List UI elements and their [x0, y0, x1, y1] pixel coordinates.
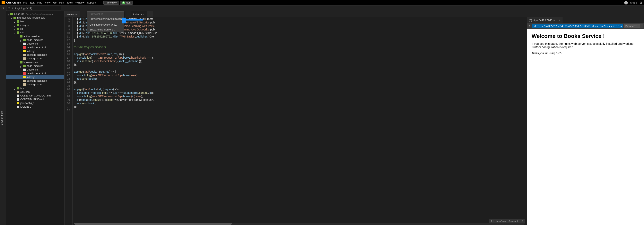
dropdown-item: Preview File	[87, 11, 124, 16]
tab-plus[interactable]: +	[147, 11, 154, 17]
plus-icon[interactable]: +	[149, 13, 151, 16]
menu-run[interactable]: Run	[59, 1, 64, 4]
tree-item[interactable]: healthcheck.html	[6, 71, 64, 75]
dropdown-item[interactable]: Preview Running Application	[87, 16, 124, 21]
menu-go[interactable]: Go	[53, 1, 56, 4]
dropdown-item[interactable]: Show Active Servers...	[87, 27, 124, 32]
brand: AWS Cloud9	[6, 1, 21, 4]
preview-url-input[interactable]	[532, 24, 623, 28]
plus-icon[interactable]: +	[559, 19, 560, 22]
code-editor[interactable]: 6789101112131415161718192021222324252627…	[64, 17, 527, 225]
menu-file[interactable]: File	[23, 1, 27, 4]
close-icon[interactable]: ×	[553, 19, 555, 22]
tree-item[interactable]: Dockerfile	[6, 68, 64, 71]
cursor-pos[interactable]: 1:1	[491, 220, 494, 222]
tree-item[interactable]: node_modules	[6, 64, 64, 68]
tree-item[interactable]: healthcheck.html	[6, 45, 64, 49]
svg-point-0	[2, 7, 4, 9]
popout-icon[interactable]	[639, 24, 643, 28]
tree-item[interactable]: index.js	[6, 75, 64, 79]
tree-item[interactable]: images	[6, 23, 64, 27]
indent-mode[interactable]: Spaces: 4	[508, 220, 518, 222]
tree-item[interactable]: lib	[6, 27, 64, 31]
share-button[interactable]: Share	[630, 1, 637, 4]
menubar: AWS Cloud9 FileEditFindViewGoRunToolsWin…	[0, 0, 644, 5]
preview-tab[interactable]: [B] https://c4fb272d5×	[527, 17, 557, 23]
svg-point-2	[522, 221, 522, 222]
tree-item[interactable]: CONTRIBUTING.md	[6, 97, 64, 101]
tab-index[interactable]: index.js×	[131, 11, 147, 17]
tree-item[interactable]: LICENSE	[6, 105, 64, 109]
tree-item[interactable]: book-service	[6, 60, 64, 64]
tree-item[interactable]: jest.config.js	[6, 101, 64, 105]
aws-logo	[2, 1, 5, 4]
horizontal-scrollbar[interactable]	[74, 223, 525, 225]
menu-window[interactable]: Window	[75, 1, 84, 4]
tree-root[interactable]: blogs-ide /home/ec2-user/environment	[6, 12, 64, 16]
tree-item[interactable]: http-api-aws-fargate-cdk	[6, 16, 64, 19]
tree-item[interactable]: package-lock.json	[6, 79, 64, 83]
tree-item[interactable]: test	[6, 86, 64, 90]
menu-tools[interactable]: Tools	[67, 1, 72, 4]
tree-item[interactable]: package-lock.json	[6, 53, 64, 57]
menu-support[interactable]: Support	[87, 1, 96, 4]
run-button[interactable]: Run	[120, 0, 133, 5]
tree-item[interactable]: author-service	[6, 34, 64, 38]
annotation-arrow	[122, 17, 145, 24]
svg-line-1	[3, 9, 4, 9]
menu-edit[interactable]: Edit	[30, 1, 34, 4]
preview-content: Welcome to Books Service ! If you see th…	[527, 29, 644, 225]
gear-icon[interactable]	[639, 1, 642, 4]
goto-input[interactable]: Go to Anything (⌘ P)	[6, 6, 61, 11]
preview-heading: Welcome to Books Service !	[532, 33, 639, 39]
browser-button[interactable]: Browser ▾	[624, 24, 638, 28]
tree-item[interactable]: package.json	[6, 57, 64, 60]
tree-item[interactable]: Dockerfile	[6, 42, 64, 45]
reload-icon[interactable]: ⟳	[528, 24, 532, 28]
gutter: 6789101112131415161718192021222324252627…	[64, 17, 72, 225]
preview-footer: Thank you for using AWS.	[532, 51, 639, 55]
lang-mode[interactable]: JavaScript	[496, 220, 506, 222]
user-avatar-icon[interactable]	[624, 1, 628, 4]
menu-find[interactable]: Find	[37, 1, 42, 4]
tree-item[interactable]: cdk.json	[6, 90, 64, 94]
tab-welcome[interactable]: Welcome	[64, 11, 80, 17]
preview-button[interactable]: Preview ▾	[104, 0, 119, 5]
tree-item[interactable]: index.js	[6, 49, 64, 53]
search-icon[interactable]	[1, 7, 5, 10]
tree-item[interactable]: src	[6, 31, 64, 34]
gear-icon[interactable]	[520, 220, 523, 223]
preview-pane: [B] https://c4fb272d5× + ⟳ Browser ▾ Wel…	[527, 17, 644, 225]
toolbar: Go to Anything (⌘ P)	[0, 5, 644, 11]
menu-view[interactable]: View	[45, 1, 50, 4]
tree-item[interactable]: CODE_OF_CONDUCT.md	[6, 94, 64, 97]
dropdown-item[interactable]: Configure Preview URL...	[87, 22, 124, 27]
tree-item[interactable]: bin	[6, 19, 64, 23]
close-icon[interactable]: ×	[143, 13, 144, 16]
editor-tabs: Welcome index.js× + Preview FilePreview …	[64, 11, 644, 17]
editor-status: 1:1 JavaScript Spaces: 4	[489, 219, 525, 223]
tree-item[interactable]: node_modules	[6, 38, 64, 42]
preview-urlbar: ⟳ Browser ▾	[527, 23, 644, 29]
tab-plus[interactable]: +	[557, 17, 563, 23]
preview-dropdown: Preview FilePreview Running ApplicationC…	[87, 11, 124, 32]
preview-body: If you see this page, the nginx web serv…	[532, 42, 639, 49]
environment-rail[interactable]: Environment	[0, 11, 6, 225]
file-tree: blogs-ide /home/ec2-user/environment htt…	[6, 11, 64, 225]
tree-item[interactable]: package.json	[6, 83, 64, 86]
